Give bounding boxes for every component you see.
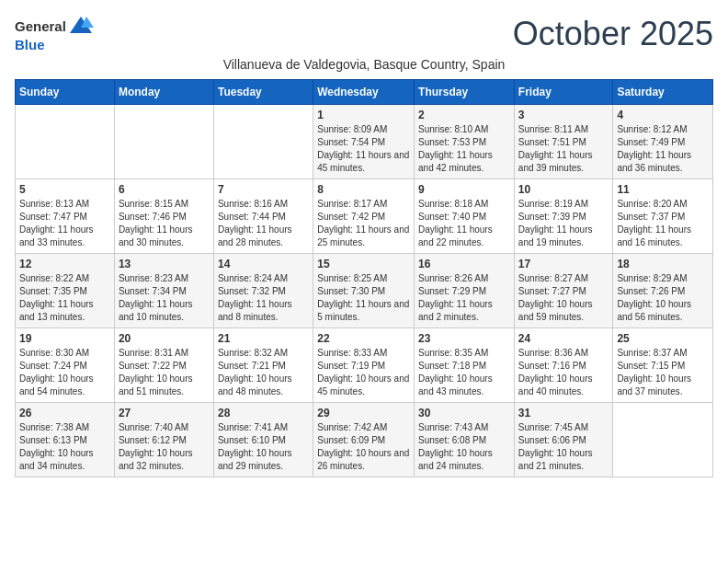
calendar-cell: 5Sunrise: 8:13 AM Sunset: 7:47 PM Daylig… [16,179,115,254]
day-number: 18 [617,258,709,270]
day-header-saturday: Saturday [613,80,713,105]
day-number: 3 [518,109,609,121]
day-info: Sunrise: 8:09 AM Sunset: 7:54 PM Dayligh… [317,123,410,175]
day-info: Sunrise: 7:42 AM Sunset: 6:09 PM Dayligh… [317,421,410,473]
calendar-cell: 28Sunrise: 7:41 AM Sunset: 6:10 PM Dayli… [213,403,313,477]
calendar-cell: 2Sunrise: 8:10 AM Sunset: 7:53 PM Daylig… [415,105,515,179]
day-info: Sunrise: 8:37 AM Sunset: 7:15 PM Dayligh… [617,347,709,398]
calendar-cell: 30Sunrise: 7:43 AM Sunset: 6:08 PM Dayli… [415,403,515,477]
week-row-2: 5Sunrise: 8:13 AM Sunset: 7:47 PM Daylig… [16,179,713,254]
day-number: 31 [518,407,609,419]
day-number: 4 [617,109,709,121]
calendar-cell: 15Sunrise: 8:25 AM Sunset: 7:30 PM Dayli… [313,254,415,328]
week-row-1: 1Sunrise: 8:09 AM Sunset: 7:54 PM Daylig… [16,105,713,179]
day-header-friday: Friday [514,80,613,105]
day-info: Sunrise: 8:30 AM Sunset: 7:24 PM Dayligh… [19,347,110,398]
calendar-cell: 21Sunrise: 8:32 AM Sunset: 7:21 PM Dayli… [213,328,313,403]
header-row: SundayMondayTuesdayWednesdayThursdayFrid… [16,80,713,105]
day-number: 25 [617,332,709,345]
day-info: Sunrise: 7:40 AM Sunset: 6:12 PM Dayligh… [119,421,210,473]
logo-blue: Blue [15,37,45,52]
day-info: Sunrise: 8:12 AM Sunset: 7:49 PM Dayligh… [617,123,709,175]
calendar-cell: 29Sunrise: 7:42 AM Sunset: 6:09 PM Dayli… [313,403,415,477]
day-info: Sunrise: 7:41 AM Sunset: 6:10 PM Dayligh… [218,421,309,473]
calendar-cell: 9Sunrise: 8:18 AM Sunset: 7:40 PM Daylig… [415,179,515,254]
calendar-cell: 18Sunrise: 8:29 AM Sunset: 7:26 PM Dayli… [613,254,713,328]
calendar-cell: 20Sunrise: 8:31 AM Sunset: 7:22 PM Dayli… [114,328,213,403]
calendar-cell [213,105,313,179]
day-number: 22 [317,332,410,345]
day-number: 5 [19,183,110,196]
calendar-cell [613,403,713,477]
calendar-cell: 10Sunrise: 8:19 AM Sunset: 7:39 PM Dayli… [514,179,613,254]
day-number: 21 [218,332,309,345]
calendar-cell: 4Sunrise: 8:12 AM Sunset: 7:49 PM Daylig… [613,105,713,179]
calendar-cell: 1Sunrise: 8:09 AM Sunset: 7:54 PM Daylig… [313,105,415,179]
day-info: Sunrise: 8:22 AM Sunset: 7:35 PM Dayligh… [19,272,110,324]
day-info: Sunrise: 8:16 AM Sunset: 7:44 PM Dayligh… [218,198,309,249]
calendar-cell: 19Sunrise: 8:30 AM Sunset: 7:24 PM Dayli… [16,328,115,403]
day-number: 23 [418,332,510,345]
day-number: 2 [418,109,510,121]
day-info: Sunrise: 8:32 AM Sunset: 7:21 PM Dayligh… [218,347,309,398]
logo: General Blue [15,15,94,52]
calendar-cell: 3Sunrise: 8:11 AM Sunset: 7:51 PM Daylig… [514,105,613,179]
day-number: 17 [518,258,609,270]
day-info: Sunrise: 7:38 AM Sunset: 6:13 PM Dayligh… [19,421,110,473]
day-info: Sunrise: 8:36 AM Sunset: 7:16 PM Dayligh… [518,347,609,398]
day-info: Sunrise: 7:43 AM Sunset: 6:08 PM Dayligh… [418,421,510,473]
day-number: 28 [218,407,309,419]
calendar-cell: 31Sunrise: 7:45 AM Sunset: 6:06 PM Dayli… [514,403,613,477]
logo-general: General [15,18,66,34]
week-row-5: 26Sunrise: 7:38 AM Sunset: 6:13 PM Dayli… [16,403,713,477]
calendar-cell [114,105,213,179]
day-number: 11 [617,183,709,196]
day-header-wednesday: Wednesday [313,80,415,105]
day-header-thursday: Thursday [415,80,515,105]
logo-icon [68,15,94,37]
day-info: Sunrise: 8:13 AM Sunset: 7:47 PM Dayligh… [19,198,110,249]
day-number: 27 [119,407,210,419]
calendar-cell: 11Sunrise: 8:20 AM Sunset: 7:37 PM Dayli… [613,179,713,254]
week-row-4: 19Sunrise: 8:30 AM Sunset: 7:24 PM Dayli… [16,328,713,403]
day-info: Sunrise: 8:24 AM Sunset: 7:32 PM Dayligh… [218,272,309,324]
day-info: Sunrise: 8:11 AM Sunset: 7:51 PM Dayligh… [518,123,609,175]
day-info: Sunrise: 8:23 AM Sunset: 7:34 PM Dayligh… [119,272,210,324]
day-number: 8 [317,183,410,196]
day-number: 7 [218,183,309,196]
calendar-cell: 25Sunrise: 8:37 AM Sunset: 7:15 PM Dayli… [613,328,713,403]
calendar-cell: 17Sunrise: 8:27 AM Sunset: 7:27 PM Dayli… [514,254,613,328]
day-info: Sunrise: 8:25 AM Sunset: 7:30 PM Dayligh… [317,272,410,324]
header: General Blue October 2025 [15,15,713,53]
calendar-cell: 13Sunrise: 8:23 AM Sunset: 7:34 PM Dayli… [114,254,213,328]
day-number: 9 [418,183,510,196]
day-info: Sunrise: 8:17 AM Sunset: 7:42 PM Dayligh… [317,198,410,249]
calendar-cell: 22Sunrise: 8:33 AM Sunset: 7:19 PM Dayli… [313,328,415,403]
calendar-cell: 14Sunrise: 8:24 AM Sunset: 7:32 PM Dayli… [213,254,313,328]
day-info: Sunrise: 8:20 AM Sunset: 7:37 PM Dayligh… [617,198,709,249]
calendar-cell: 12Sunrise: 8:22 AM Sunset: 7:35 PM Dayli… [16,254,115,328]
day-info: Sunrise: 8:19 AM Sunset: 7:39 PM Dayligh… [518,198,609,249]
day-number: 15 [317,258,410,270]
calendar-cell: 27Sunrise: 7:40 AM Sunset: 6:12 PM Dayli… [114,403,213,477]
day-info: Sunrise: 8:31 AM Sunset: 7:22 PM Dayligh… [119,347,210,398]
day-number: 13 [119,258,210,270]
day-number: 29 [317,407,410,419]
day-number: 30 [418,407,510,419]
calendar-cell: 23Sunrise: 8:35 AM Sunset: 7:18 PM Dayli… [415,328,515,403]
calendar-cell [16,105,115,179]
day-number: 24 [518,332,609,345]
day-header-tuesday: Tuesday [213,80,313,105]
subtitle: Villanueva de Valdegovia, Basque Country… [15,57,713,72]
day-number: 16 [418,258,510,270]
day-header-monday: Monday [114,80,213,105]
month-title: October 2025 [513,15,713,53]
day-header-sunday: Sunday [16,80,115,105]
day-info: Sunrise: 8:35 AM Sunset: 7:18 PM Dayligh… [418,347,510,398]
day-info: Sunrise: 8:33 AM Sunset: 7:19 PM Dayligh… [317,347,410,398]
day-number: 20 [119,332,210,345]
day-number: 19 [19,332,110,345]
week-row-3: 12Sunrise: 8:22 AM Sunset: 7:35 PM Dayli… [16,254,713,328]
day-info: Sunrise: 7:45 AM Sunset: 6:06 PM Dayligh… [518,421,609,473]
day-info: Sunrise: 8:27 AM Sunset: 7:27 PM Dayligh… [518,272,609,324]
